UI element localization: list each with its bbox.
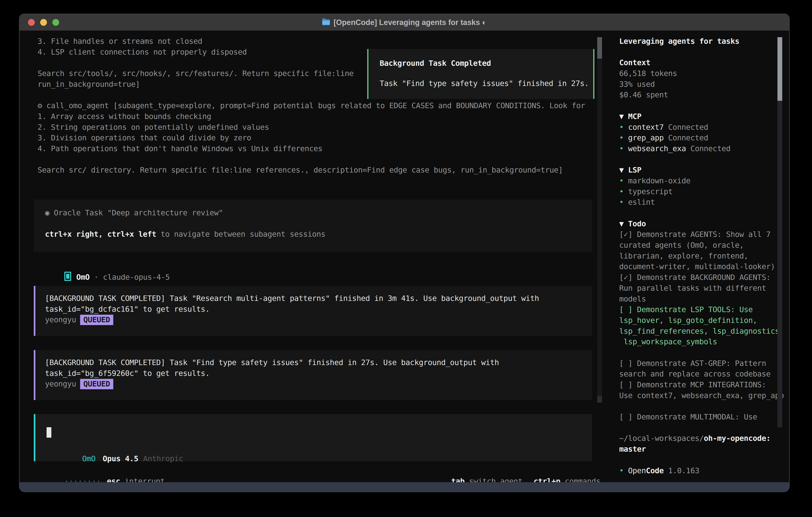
spacer-line: [619, 347, 789, 358]
output-line: Search src/ directory. Return specific f…: [37, 165, 597, 175]
ctrlp-key-label: commands: [560, 477, 601, 482]
task-meta-line: yeongyuQUEUED: [45, 379, 592, 389]
input-provider-name: Anthropic: [143, 454, 183, 463]
window-bottom-chrome: [20, 482, 789, 492]
input-agent-name: OmO: [82, 454, 95, 463]
input-model-name: Opus 4.5: [103, 454, 138, 463]
ctrlp-key-hint: ctrl+p: [534, 477, 560, 482]
agent-checkbox-fill: [66, 274, 69, 279]
toast-title: Background Task Completed: [380, 58, 593, 69]
mcp-item: • websearch_exa Connected: [619, 143, 789, 154]
task-user: yeongyu: [45, 315, 76, 324]
context-used: 33% used: [619, 79, 789, 90]
mcp-item: • grep_app Connected: [619, 133, 789, 143]
version-line: • OpenCode 1.0.163: [619, 465, 789, 476]
sidebar: Leveraging agents for tasks Context66,51…: [619, 36, 789, 476]
todo-item-done: curated agents (OmO, oracle,: [619, 240, 789, 251]
sidebar-scrollbar-thumb[interactable]: [777, 37, 782, 101]
output-line: 3. Division operations that could divide…: [37, 133, 597, 143]
lsp-item: • eslint: [619, 197, 789, 208]
sidebar-scrollbar[interactable]: [777, 37, 782, 428]
agent-name: OmO: [76, 273, 90, 281]
hint-line: ctrl+x right, ctrl+x left to navigate be…: [45, 229, 592, 240]
lsp-item: • markdown-oxide: [619, 175, 789, 186]
section-header-todo[interactable]: ▼ Todo: [619, 219, 789, 229]
spacer-line: [619, 423, 789, 433]
todo-item-pending: Use context7, websearch_exa, grep_app: [619, 390, 789, 401]
input-footer: OmOOpus 4.5Anthropic: [47, 443, 183, 454]
oracle-task-line: ◉ Oracle Task "Deep architecture review": [45, 208, 592, 218]
section-header-mcp[interactable]: ▼ MCP: [619, 111, 789, 122]
spacer-line: [45, 218, 592, 229]
todo-item-active: [ ] Demonstrate LSP TOOLS: Use: [619, 304, 789, 315]
mcp-item: • context7 Connected: [619, 122, 789, 133]
todo-item-pending: [ ] Demonstrate MULTIMODAL: Use: [619, 412, 789, 423]
sidebar-title: Leveraging agents for tasks: [619, 36, 789, 47]
tab-key-hint: tab: [451, 477, 465, 482]
window-title-group: [OpenCode] Leveraging agents for tasks ◐: [20, 14, 789, 31]
todo-item-active: lsp_hover, lsp_goto_definition,: [619, 315, 789, 326]
separator-dot: ·: [90, 273, 103, 281]
todo-item-done: [✓] Demonstrate BACKGROUND AGENTS:: [619, 272, 789, 283]
todo-item-done: Run parallel tasks with different: [619, 283, 789, 294]
esc-key-label: interrupt: [120, 477, 165, 482]
todo-item-done: librarian, explore, frontend,: [619, 251, 789, 262]
task-completed-box: [BACKGROUND TASK COMPLETED] Task "Find t…: [34, 350, 592, 400]
task-message-line: [BACKGROUND TASK COMPLETED] Task "Resear…: [45, 293, 592, 304]
task-user: yeongyu: [45, 379, 76, 388]
spacer-line: [619, 100, 789, 111]
desktop: { "window": { "title": "[OpenCode] Lever…: [0, 0, 812, 517]
todo-item-done: [✓] Demonstrate AGENTS: Show all 7: [619, 229, 789, 240]
workspace-path: ~/local-workspaces/oh-my-opencode:: [619, 433, 789, 444]
todo-item-pending: search and replace across codebase: [619, 369, 789, 379]
background-task-toast: Background Task Completed Task "Find typ…: [367, 49, 594, 99]
title-bar: [OpenCode] Leveraging agents for tasks ◐: [20, 14, 789, 31]
todo-item-active: lsp_find_references, lsp_diagnostics,: [619, 326, 789, 337]
prompt-input[interactable]: OmOOpus 4.5Anthropic: [34, 414, 592, 461]
output-line: 1. Array access without bounds checking: [37, 111, 597, 122]
task-message-line: task_id="bg_dcfac161" to get results.: [45, 304, 592, 315]
lsp-item: • typescript: [619, 186, 789, 197]
output-line: 4. Path operations that don't handle Win…: [37, 143, 597, 154]
window-title: [OpenCode] Leveraging agents for tasks ◐: [334, 18, 487, 27]
app-window: [OpenCode] Leveraging agents for tasks ◐…: [19, 13, 790, 492]
text-cursor: [47, 427, 51, 438]
task-message-line: [BACKGROUND TASK COMPLETED] Task "Find t…: [45, 357, 592, 368]
todo-item-pending: [ ] Demonstrate AST-GREP: Pattern: [619, 358, 789, 369]
context-spent: $0.46 spent: [619, 89, 789, 100]
spacer-line: [619, 455, 789, 465]
esc-key-hint: esc: [107, 477, 120, 482]
status-badge: QUEUED: [80, 379, 113, 389]
spacer-line: [619, 208, 789, 219]
status-badge: QUEUED: [80, 315, 113, 325]
spinner-dots: ········: [64, 477, 101, 482]
model-name: claude-opus-4-5: [103, 273, 170, 281]
context-tokens: 66,518 tokens: [619, 68, 789, 79]
oracle-session-box: ◉ Oracle Task "Deep architecture review"…: [34, 199, 592, 252]
agent-model-line: OmO · claude-opus-4-5: [37, 261, 170, 272]
oracle-lines: ◉ Oracle Task "Deep architecture review"…: [45, 208, 592, 240]
tab-key-label: switch agent: [465, 477, 522, 482]
spacer-line: [619, 47, 789, 58]
main-scrollbar-end: [597, 396, 602, 403]
todo-item-done: document-writer, multimodal-looker): [619, 261, 789, 272]
agent-checkbox-icon: [64, 272, 71, 281]
status-bar-right: tab switch agentctrl+p commands: [415, 465, 601, 476]
folder-icon: [322, 18, 330, 27]
toast-body: Task "Find type safety issues" finished …: [380, 78, 593, 89]
output-line: [37, 154, 597, 165]
spacer-line: [619, 154, 789, 165]
main-scrollbar[interactable]: [597, 37, 602, 403]
workspace-branch: master: [619, 444, 789, 455]
task-meta-line: yeongyuQUEUED: [45, 315, 592, 325]
todo-item-done: models: [619, 294, 789, 304]
spacer-line: [619, 401, 789, 412]
main-scrollbar-thumb[interactable]: [597, 37, 602, 59]
terminal-content: 3. File handles or streams not closed4. …: [20, 31, 789, 482]
output-line: 3. File handles or streams not closed: [37, 36, 597, 47]
task-completed-box: [BACKGROUND TASK COMPLETED] Task "Resear…: [34, 286, 592, 336]
tool-call-line: ⚙ call_omo_agent [subagent_type=explore,…: [37, 100, 597, 111]
section-header-lsp[interactable]: ▼ LSP: [619, 165, 789, 175]
output-line: 2. String operations on potentially unde…: [37, 122, 597, 133]
task-message-line: task_id="bg_6f59260c" to get results.: [45, 368, 592, 379]
